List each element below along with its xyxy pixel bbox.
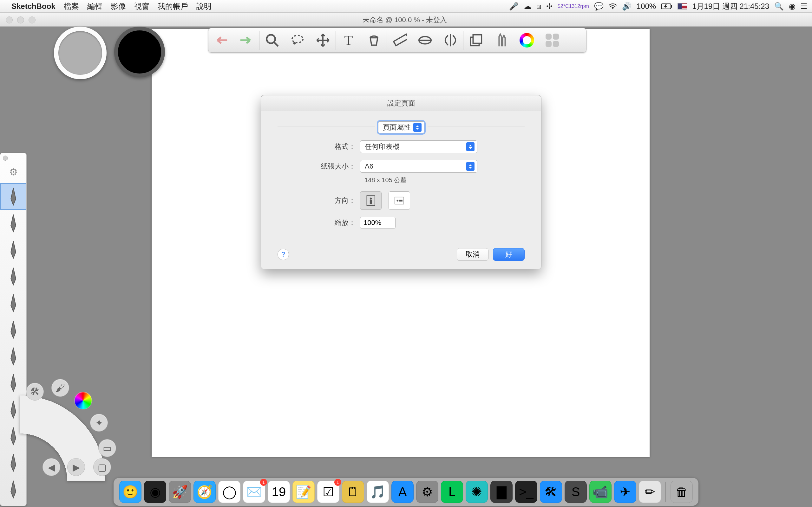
lagoon-tool-2[interactable]: 🖌	[51, 379, 69, 397]
volume-icon[interactable]: 🔊	[622, 2, 631, 11]
mic-icon[interactable]: 🎤	[509, 2, 519, 11]
dialog-mode-text: 頁面屬性	[383, 123, 411, 132]
dock-line[interactable]: L	[441, 481, 463, 503]
zoom-icon[interactable]	[259, 28, 285, 52]
lagoon-color-wheel[interactable]	[74, 392, 92, 409]
menubar: SketchBook 檔案 編輯 影像 視窗 我的帳戶 說明 🎤 ☁︎ ⧈ ✢ …	[0, 0, 812, 13]
dock-sublime[interactable]: S	[565, 481, 587, 503]
dock-activity[interactable]: ▇	[490, 481, 513, 503]
lagoon-tool-4[interactable]: ✦	[90, 414, 108, 432]
lagoon-prev[interactable]: ◀	[43, 458, 60, 476]
svg-point-0	[612, 8, 613, 9]
dock-reminders[interactable]: ☑︎1	[317, 481, 339, 503]
lagoon-tool-1[interactable]: 🛠	[26, 383, 44, 400]
menu-file[interactable]: 檔案	[64, 1, 79, 11]
color-wheel-icon[interactable]	[514, 28, 540, 52]
dropbox-icon[interactable]: ⧈	[537, 2, 541, 11]
dock-messenger[interactable]: ✈︎	[614, 481, 636, 503]
brush-settings-icon[interactable]: ⚙	[0, 166, 26, 177]
window-title: 未命名 @ 100.0 % - 未登入	[36, 15, 774, 25]
brush-marker[interactable]	[0, 236, 26, 263]
dock-asterisk[interactable]: ✺	[466, 481, 488, 503]
dock-mail[interactable]: ✉️1	[243, 481, 265, 503]
notification-center-icon[interactable]: ☰	[801, 2, 808, 11]
brush-airbrush[interactable]	[0, 210, 26, 236]
ruler-icon[interactable]	[387, 28, 412, 52]
menu-window[interactable]: 視窗	[134, 1, 149, 11]
top-toolbar: T	[208, 28, 587, 53]
bucket-icon[interactable]	[361, 28, 387, 52]
dock-trash[interactable]: 🗑	[670, 481, 693, 503]
menu-edit[interactable]: 編輯	[87, 1, 102, 11]
lagoon-canvas[interactable]: ▢	[93, 458, 111, 476]
brush-paintbrush[interactable]	[0, 290, 26, 316]
redo-icon[interactable]	[234, 28, 259, 52]
dock-calendar[interactable]: 19	[268, 481, 290, 503]
svg-rect-18	[399, 200, 403, 202]
palette-pin[interactable]	[3, 156, 8, 161]
menu-image[interactable]: 影像	[111, 1, 126, 11]
dock-facetime[interactable]: 📹	[589, 481, 612, 503]
lasso-icon[interactable]	[285, 28, 310, 52]
brush-chisel[interactable]	[0, 316, 26, 343]
cancel-button[interactable]: 取消	[457, 248, 489, 261]
orientation-landscape-button[interactable]	[389, 191, 410, 210]
dock-siri[interactable]: ◉	[144, 481, 166, 503]
siri-menubar-icon[interactable]: ◉	[789, 2, 796, 11]
dock-terminal[interactable]: >_	[515, 481, 537, 503]
app-name[interactable]: SketchBook	[11, 2, 55, 11]
chevron-updown-icon	[466, 162, 474, 171]
ellipse-guide-icon[interactable]	[412, 28, 438, 52]
window-zoom-button[interactable]	[29, 16, 36, 23]
dock-notes[interactable]: 📝	[293, 481, 315, 503]
clock[interactable]: 1月19日 週四 21:45:23	[692, 1, 769, 11]
format-value: 任何印表機	[365, 142, 464, 152]
menu-account[interactable]: 我的帳戶	[158, 1, 188, 11]
move-icon[interactable]	[310, 28, 336, 52]
battery-icon[interactable]	[661, 3, 672, 9]
dialog-mode-popup[interactable]: 頁面屬性	[378, 121, 424, 133]
line-menubar-icon[interactable]: 💬	[594, 2, 604, 11]
ui-toggle-icon[interactable]	[540, 28, 565, 52]
symmetry-icon[interactable]	[438, 28, 463, 52]
dock-appstore[interactable]: A	[392, 481, 414, 503]
input-source-flag[interactable]	[677, 3, 687, 9]
dock-settings[interactable]: ⚙︎	[416, 481, 438, 503]
format-popup[interactable]: 任何印表機	[360, 140, 477, 153]
dock-xcode[interactable]: 🛠	[540, 481, 562, 503]
brush-group-icon[interactable]	[489, 28, 514, 52]
text-icon[interactable]: T	[336, 28, 361, 52]
fan-icon[interactable]: ✢	[546, 2, 553, 11]
scale-input[interactable]	[360, 217, 396, 229]
wifi-icon[interactable]	[609, 3, 617, 9]
brush-pencil[interactable]	[0, 183, 26, 210]
temperature-status[interactable]: 52°C 1312rpm	[558, 4, 589, 9]
dock-itunes[interactable]: 🎵	[367, 481, 389, 503]
help-button[interactable]: ?	[277, 249, 289, 260]
dock-stickies[interactable]: 🗒	[342, 481, 364, 503]
lagoon-next[interactable]: ▶	[67, 458, 85, 476]
undo-icon[interactable]	[208, 28, 234, 52]
color-puck-primary[interactable]	[114, 26, 165, 77]
lagoon-tool-5[interactable]: ▭	[98, 439, 116, 457]
color-puck-secondary[interactable]	[54, 26, 107, 79]
brush-ballpoint[interactable]	[0, 343, 26, 370]
dock-chrome[interactable]: ◯	[218, 481, 241, 503]
window-minimize-button[interactable]	[17, 16, 24, 23]
ok-button[interactable]: 好	[493, 248, 525, 261]
dock-safari[interactable]: 🧭	[194, 481, 216, 503]
layers-icon[interactable]	[463, 28, 489, 52]
spotlight-icon[interactable]: 🔍	[774, 2, 784, 11]
svg-rect-2	[671, 5, 672, 8]
window-close-button[interactable]	[6, 16, 13, 23]
cloud-icon[interactable]: ☁︎	[524, 2, 531, 11]
paper-size-popup[interactable]: A6	[360, 160, 477, 173]
dock-sketchbook[interactable]: ✏︎	[639, 481, 661, 503]
dock-launchpad[interactable]: 🚀	[169, 481, 191, 503]
orientation-portrait-button[interactable]	[360, 191, 382, 210]
menu-help[interactable]: 說明	[196, 1, 212, 11]
svg-point-17	[397, 200, 399, 202]
brush-felt[interactable]	[0, 263, 26, 290]
window-titlebar: 未命名 @ 100.0 % - 未登入	[0, 13, 812, 26]
dock-finder[interactable]: 🙂	[119, 481, 142, 503]
